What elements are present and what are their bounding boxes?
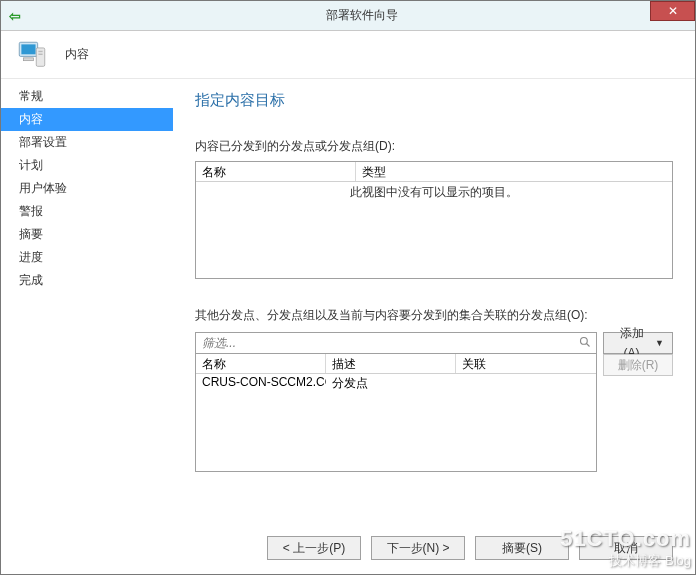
sidebar-item-general[interactable]: 常规 — [1, 85, 173, 108]
computer-icon — [15, 38, 49, 72]
section1-label: 内容已分发到的分发点或分发点组(D): — [195, 138, 673, 155]
section2-label: 其他分发点、分发点组以及当前与内容要分发到的集合关联的分发点组(O): — [195, 307, 673, 324]
grid2-header: 名称 描述 关联 — [196, 354, 596, 374]
main-panel: 指定内容目标 内容已分发到的分发点或分发点组(D): 名称 类型 此视图中没有可… — [173, 79, 695, 574]
sidebar-item-deploy-set[interactable]: 部署设置 — [1, 131, 173, 154]
svg-rect-4 — [38, 53, 42, 54]
sidebar-item-content[interactable]: 内容 — [1, 108, 173, 131]
back-arrow-icon[interactable]: ⇦ — [1, 8, 29, 24]
grid2-col-assoc[interactable]: 关联 — [456, 354, 596, 373]
lower-row: 名称 描述 关联 CRUS-CON-SCCM2.CON... 分发点 删除(R) — [195, 354, 673, 472]
filter-input[interactable] — [196, 336, 574, 350]
grid2-col-desc[interactable]: 描述 — [326, 354, 456, 373]
window-title: 部署软件向导 — [29, 7, 695, 24]
side-buttons-lower: 删除(R) — [603, 354, 673, 376]
wizard-footer: < 上一步(P) 下一步(N) > 摘要(S) 取消 — [267, 536, 673, 560]
close-button[interactable]: ✕ — [650, 1, 695, 21]
summary-button[interactable]: 摘要(S) — [475, 536, 569, 560]
sidebar: 常规 内容 部署设置 计划 用户体验 警报 摘要 进度 完成 — [1, 79, 173, 574]
chevron-down-icon: ▼ — [655, 333, 664, 353]
title-bar: ⇦ 部署软件向导 ✕ — [1, 1, 695, 31]
prev-button[interactable]: < 上一步(P) — [267, 536, 361, 560]
grid1-col-name[interactable]: 名称 — [196, 162, 356, 181]
grid1-col-type[interactable]: 类型 — [356, 162, 672, 181]
cell-name: CRUS-CON-SCCM2.CON... — [196, 374, 326, 393]
filter-box — [195, 332, 597, 354]
cell-assoc — [456, 374, 596, 393]
remove-button: 删除(R) — [603, 354, 673, 376]
page-title: 指定内容目标 — [195, 91, 673, 110]
sidebar-item-ux[interactable]: 用户体验 — [1, 177, 173, 200]
svg-rect-3 — [38, 50, 42, 51]
svg-rect-2 — [36, 47, 45, 65]
sidebar-item-progress[interactable]: 进度 — [1, 246, 173, 269]
side-buttons: 添加(A) ▼ — [603, 332, 673, 354]
header-band: 内容 — [1, 31, 695, 79]
cell-desc: 分发点 — [326, 374, 456, 393]
add-button[interactable]: 添加(A) ▼ — [603, 332, 673, 354]
sidebar-item-summary[interactable]: 摘要 — [1, 223, 173, 246]
grid1-header: 名称 类型 — [196, 162, 672, 182]
breadcrumb: 内容 — [65, 46, 89, 63]
sidebar-item-alerts[interactable]: 警报 — [1, 200, 173, 223]
grid1-empty-text: 此视图中没有可以显示的项目。 — [196, 182, 672, 201]
svg-rect-1 — [21, 44, 35, 54]
grid2-col-name[interactable]: 名称 — [196, 354, 326, 373]
distributed-points-grid[interactable]: 名称 类型 此视图中没有可以显示的项目。 — [195, 161, 673, 279]
next-button[interactable]: 下一步(N) > — [371, 536, 465, 560]
table-row[interactable]: CRUS-CON-SCCM2.CON... 分发点 — [196, 374, 596, 393]
filter-row: 添加(A) ▼ — [195, 332, 673, 354]
svg-rect-5 — [24, 57, 34, 60]
available-points-grid[interactable]: 名称 描述 关联 CRUS-CON-SCCM2.CON... 分发点 — [195, 354, 597, 472]
svg-line-7 — [587, 343, 590, 346]
search-icon[interactable] — [574, 336, 596, 351]
svg-point-6 — [581, 337, 588, 344]
wizard-body: 常规 内容 部署设置 计划 用户体验 警报 摘要 进度 完成 指定内容目标 内容… — [1, 79, 695, 574]
cancel-button[interactable]: 取消 — [579, 536, 673, 560]
sidebar-item-schedule[interactable]: 计划 — [1, 154, 173, 177]
sidebar-item-complete[interactable]: 完成 — [1, 269, 173, 292]
